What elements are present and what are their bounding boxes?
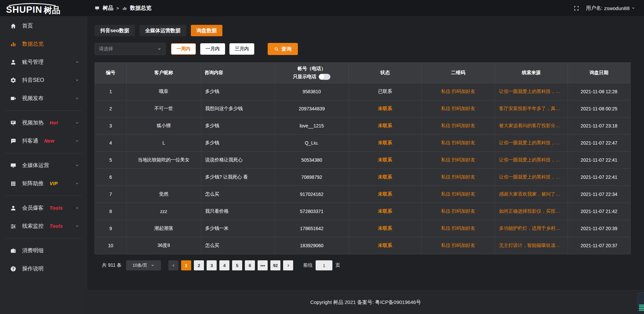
period-button-1[interactable]: 一月内 [200,43,225,55]
qr-scan-add-link[interactable]: 扫码加好友 [452,191,475,197]
qr-scan-add-link[interactable]: 扫码加好友 [452,106,475,111]
fullscreen-icon[interactable] [574,5,579,11]
sidebar-item-label: 操作说明 [22,265,44,272]
sidebar-item-douyin-seo[interactable]: 抖音SEO [0,71,87,89]
sidebar-item-matrix-boost[interactable]: 矩阵助推VIP [0,174,87,193]
sidebar-item-lead-monitor[interactable]: 线索监控Tools [0,217,87,235]
breadcrumb-current[interactable]: 数据总览 [130,5,152,12]
table-row: 9潮起潮落多少钱一米178651642未联系私信 扫码加好友多功能护栏灯，适用于… [95,220,630,237]
video-icon [10,95,16,102]
filter-select-placeholder: 请选择 [99,46,113,52]
sidebar-item-home[interactable]: 首页 [0,17,87,35]
qr-scan-add-link[interactable]: 扫码加好友 [452,89,475,94]
sidebar-item-operation-guide[interactable]: 操作说明 [0,260,87,278]
qr-scan-add-link[interactable]: 扫码加好友 [452,157,475,162]
page-button-2[interactable]: 2 [194,260,204,270]
sidebar-item-video-heat[interactable]: 视频加热Hot [0,114,87,132]
qr-scan-add-link[interactable]: 扫码加好友 [452,208,475,214]
cell-source-link[interactable]: 让你一眼就爱上的黑科技，能... [495,83,568,100]
qr-scan-add-link[interactable]: 扫码加好友 [452,140,475,145]
qr-scan-add-link[interactable]: 扫码加好友 [452,174,475,179]
cell-content: 怎么买 [201,186,275,203]
tab-inquiry-data[interactable]: 询盘数据 [191,25,222,36]
main-area: 抖音seo数据全媒体运营数据询盘数据 请选择 一周内一月内三月内 查询 [87,16,644,314]
chevron-down-icon [75,181,79,186]
sidebar-item-data-overview[interactable]: 数据总览 [0,35,87,53]
tab-omnimedia-data[interactable]: 全媒体运营数据 [140,25,186,36]
status-badge: 未联系 [348,100,421,117]
floating-widget[interactable] [638,293,644,312]
qr-private-msg-link[interactable]: 私信 [441,208,450,214]
qr-scan-add-link[interactable]: 扫码加好友 [452,243,475,248]
cell-content: 多少钱 [201,83,275,100]
chevron-down-icon [75,139,79,143]
page-body: 首页数据总览账号管理抖音SEO视频发布视频加热Hot抖客通New全媒体运营矩阵助… [0,16,644,314]
next-page-button[interactable] [283,260,293,270]
qr-private-msg-link[interactable]: 私信 [441,191,450,197]
qr-private-msg-link[interactable]: 私信 [441,157,450,162]
qr-scan-add-link[interactable]: 扫码加好友 [452,123,475,128]
sidebar-item-expense-detail[interactable]: 消费明细 [0,242,87,260]
period-button-2[interactable]: 三月内 [229,43,254,55]
sidebar-item-label: 视频加热 [22,119,44,126]
page-button-6[interactable]: 6 [245,260,255,270]
sidebar-item-label: 视频发布 [22,95,44,102]
page-button-1[interactable]: 1 [181,260,191,270]
sidebar-item-omnimedia-ops[interactable]: 全媒体运营 [0,156,87,174]
cell-date: 2021-11-07 22:34 [568,186,630,203]
cell-source-link[interactable]: 多功能护栏灯，适用于乡村文... [495,220,568,237]
cell-qr: 私信 扫码加好友 [422,186,495,203]
cell-source-link[interactable]: 如何正确选择投影仪，买投影... [495,203,568,220]
user-menu[interactable]: 用户名: zswodun88 [586,5,635,11]
qr-private-msg-link[interactable]: 私信 [441,123,450,128]
cell-no: 8 [95,203,126,220]
sidebar-item-badge: Tools [50,223,63,229]
breadcrumb-root[interactable]: 树品 [103,5,113,12]
prev-page-button[interactable] [168,260,178,270]
page-ellipsis-button[interactable]: ••• [258,260,268,270]
query-button[interactable]: 查询 [268,43,298,55]
page-button-4[interactable]: 4 [219,260,229,270]
goto-page-input[interactable] [316,260,332,270]
cell-source-link[interactable]: 让你一眼就爱上的黑科技，能... [495,135,568,152]
sidebar-item-member-burst[interactable]: 会员爆客Tools [0,199,87,217]
cell-source-link[interactable]: 让你一眼就爱上的黑科技，能... [495,152,568,169]
page-button-92[interactable]: 92 [270,260,280,270]
sidebar-item-video-publish[interactable]: 视频发布 [0,89,87,107]
page-button-3[interactable]: 3 [207,260,217,270]
cell-source-link[interactable]: 被大家追着问的客厅投影分享... [495,117,568,135]
cell-date: 2021-11-07 22:41 [568,169,630,186]
qr-scan-add-link[interactable]: 扫码加好友 [452,225,475,231]
sidebar-item-account-manage[interactable]: 账号管理 [0,53,87,71]
cell-source-link[interactable]: 无主灯设计，智能磁吸轨道灯... [495,237,568,254]
qr-private-msg-link[interactable]: 私信 [441,174,450,179]
cell-account: love__1215 [275,117,348,135]
qr-private-msg-link[interactable]: 私信 [441,106,450,111]
period-button-0[interactable]: 一周内 [171,43,196,55]
inquiry-table-panel: 编号客户昵称咨询内容帐号（电话）只显示电话状态二维码线索来源询盘日期 1哦章多少… [95,62,631,254]
status-badge: 未联系 [348,220,421,237]
page-size-select[interactable]: 10条/页 [126,260,161,270]
qr-private-msg-link[interactable]: 私信 [441,89,450,94]
page-button-5[interactable]: 5 [232,260,242,270]
cell-content: 说说价格让我死心 [201,152,275,169]
filter-select[interactable]: 请选择 [95,43,166,55]
phone-only-toggle[interactable] [319,74,330,80]
sidebar-item-label: 抖音SEO [22,77,44,84]
qr-private-msg-link[interactable]: 私信 [441,243,450,248]
sidebar-item-douketong[interactable]: 抖客通New [0,132,87,150]
qr-private-msg-link[interactable]: 私信 [441,140,450,145]
cell-source-link[interactable]: 客厅安装投影半年多了，真实... [495,100,568,117]
sidebar-item-badge: Tools [50,205,63,211]
qr-private-msg-link[interactable]: 私信 [441,225,450,231]
cell-account: 178651642 [275,220,348,237]
tab-douyin-seo-data[interactable]: 抖音seo数据 [95,25,135,36]
cell-qr: 私信 扫码加好友 [422,220,495,237]
topbar-right: 用户名: zswodun88 [574,5,635,11]
cell-source-link[interactable]: 让你一眼就爱上的黑科技，能... [495,169,568,186]
cell-content: 多少钱? 让我死心 看 [201,169,275,186]
cell-source-link[interactable]: 感谢大家喜欢我家，被问了好... [495,186,568,203]
cell-no: 6 [95,169,126,186]
chevron-down-icon [151,263,155,267]
cell-date: 2021-11-07 20:39 [568,220,630,237]
